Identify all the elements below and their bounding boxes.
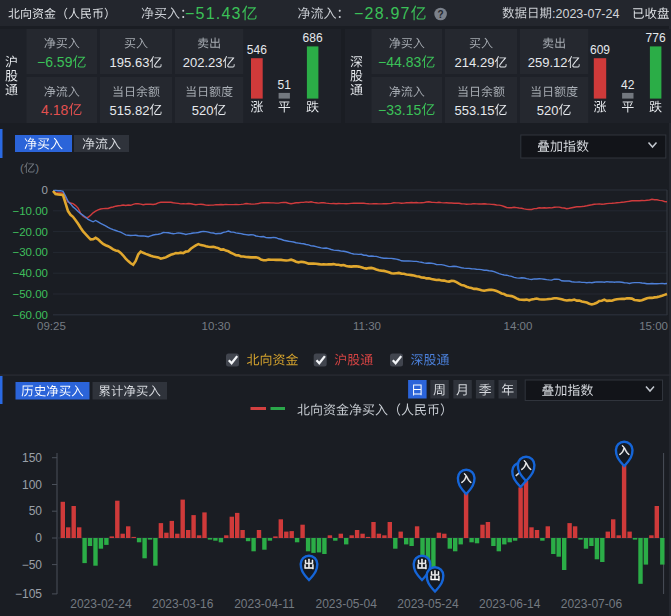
svg-text:−50.00: −50.00 [13,288,49,300]
svg-text:2023-03-16: 2023-03-16 [152,597,214,611]
svg-text:776: 776 [646,31,666,45]
svg-text:2023-05-24: 2023-05-24 [397,597,459,611]
svg-text:520: 520 [537,103,559,118]
svg-text:): ) [35,162,39,174]
svg-text:−6.59: −6.59 [37,54,73,70]
svg-text:546: 546 [247,43,267,57]
svg-text:686: 686 [303,31,323,45]
svg-text:?: ? [438,9,444,20]
svg-text:2023-06-14: 2023-06-14 [479,597,541,611]
svg-text:51: 51 [278,78,292,92]
svg-text:2023-02-24: 2023-02-24 [70,597,132,611]
svg-text:214.29: 214.29 [455,55,495,70]
svg-text:(: ( [20,162,24,174]
svg-text:42: 42 [621,78,635,92]
svg-text:−51.43: −51.43 [185,5,242,22]
svg-text:195.63: 195.63 [110,55,150,70]
svg-text:202.23: 202.23 [183,55,223,70]
svg-text:2023-04-11: 2023-04-11 [234,597,295,611]
svg-text:15:00: 15:00 [639,320,668,332]
svg-text:11:30: 11:30 [353,320,381,332]
svg-text:0: 0 [35,531,42,545]
svg-text:−10.00: −10.00 [13,205,49,217]
svg-text:14:00: 14:00 [504,320,533,332]
svg-text:09:25: 09:25 [37,320,66,332]
svg-text:259.12: 259.12 [528,55,568,70]
svg-text:−40.00: −40.00 [13,267,49,279]
svg-text:2023-07-06: 2023-07-06 [561,597,623,611]
svg-text:50: 50 [29,504,43,518]
svg-text:−50: −50 [22,558,43,572]
svg-text:609: 609 [590,43,610,57]
svg-text:520: 520 [192,103,214,118]
svg-text:553.15: 553.15 [455,103,495,118]
svg-text::2023-07-24: :2023-07-24 [552,7,619,21]
svg-text:10:30: 10:30 [202,320,231,332]
svg-text:100: 100 [22,478,42,492]
svg-text:−44.83: −44.83 [378,54,421,70]
svg-text:−60.00: −60.00 [13,309,49,321]
svg-text:−33.15: −33.15 [378,102,421,118]
svg-text:−105: −105 [15,587,42,601]
svg-text:−30.00: −30.00 [13,246,49,258]
svg-text:−20.00: −20.00 [13,226,49,238]
svg-text:2023-05-04: 2023-05-04 [316,597,378,611]
svg-text:0: 0 [42,184,48,196]
svg-text:515.82: 515.82 [110,103,150,118]
svg-text:150: 150 [22,451,42,465]
svg-text:−28.97: −28.97 [354,5,411,22]
svg-text:4.18: 4.18 [41,102,68,118]
